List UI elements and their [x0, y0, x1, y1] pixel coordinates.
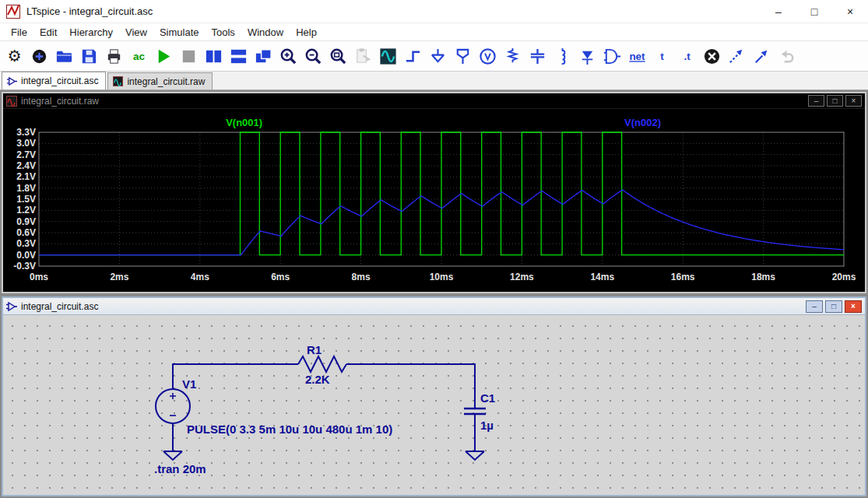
drag-button[interactable] [750, 44, 773, 68]
menu-item-file[interactable]: File [5, 25, 33, 40]
halt-button[interactable] [177, 44, 200, 68]
place-ground-button[interactable] [426, 44, 449, 68]
menu-item-tools[interactable]: Tools [206, 25, 241, 40]
v1-value-label[interactable]: PULSE(0 3.3 5m 10u 10u 480u 1m 10) [187, 423, 392, 436]
minimize-button[interactable]: – [761, 0, 796, 23]
schematic-maximize-button[interactable]: □ [825, 300, 842, 313]
x-tick-label: 6ms [271, 272, 290, 282]
place-component-icon [603, 47, 622, 66]
tile-vertical-icon [204, 47, 223, 66]
waveform-viewer-button[interactable] [376, 44, 399, 68]
maximize-button[interactable]: □ [796, 0, 832, 23]
v1-ref-label[interactable]: V1 [182, 377, 196, 391]
svg-text:t: t [660, 51, 664, 62]
zoom-out-button[interactable] [301, 44, 325, 68]
place-inductor-button[interactable] [550, 44, 574, 68]
menu-item-simulate[interactable]: Simulate [153, 25, 206, 40]
place-capacitor-button[interactable] [525, 44, 549, 68]
paste-icon [353, 47, 373, 66]
tile-horizontal-icon [229, 47, 248, 66]
place-resistor-button[interactable] [501, 44, 524, 68]
menu-item-view[interactable]: View [119, 25, 153, 40]
menu-item-edit[interactable]: Edit [33, 25, 63, 40]
schematic-window-titlebar[interactable]: integral_circuit.asc – □ × [3, 298, 865, 315]
schematic-minimize-button[interactable]: – [806, 300, 823, 313]
trace-label-v-n002[interactable]: V(n002) [624, 117, 661, 128]
tab-integral_circuit.asc[interactable]: integral_circuit.asc [2, 72, 106, 89]
paste-button[interactable] [351, 44, 374, 68]
run-icon [154, 47, 174, 66]
spice-directive-button[interactable]: .t [675, 44, 698, 68]
place-ground-icon [428, 47, 448, 66]
schematic-canvas[interactable]: V1 PULSE(0 3.3 5m 10u 10u 480u 1m 10) R1… [3, 315, 865, 495]
c1-ref-label[interactable]: C1 [480, 391, 495, 405]
zoom-in-icon [279, 47, 298, 66]
control-panel-button[interactable]: ⚙ [2, 44, 26, 68]
undo-icon [777, 47, 796, 66]
open-button[interactable] [52, 44, 76, 68]
place-voltage-button[interactable] [476, 44, 499, 68]
place-voltage-icon [478, 47, 497, 66]
y-tick-label: 2.7V [16, 149, 36, 160]
zoom-in-button[interactable] [276, 44, 300, 68]
zoom-extents-icon [329, 47, 348, 66]
x-tick-label: 10ms [430, 272, 454, 282]
menu-item-window[interactable]: Window [241, 25, 290, 40]
waveform-restore-button[interactable]: □ [827, 95, 843, 107]
place-resistor-icon [503, 47, 522, 66]
print-button[interactable] [102, 44, 125, 68]
ac-analysis-button[interactable]: ac [127, 44, 150, 68]
cascade-windows-button[interactable] [251, 44, 275, 68]
save-button[interactable] [77, 44, 100, 68]
component-c1-symbol[interactable] [464, 409, 486, 414]
svg-text:⚙: ⚙ [7, 47, 21, 65]
label-net-button[interactable] [451, 44, 474, 68]
trace-label-v-n001[interactable]: V(n001) [226, 117, 262, 128]
undo-button[interactable] [775, 44, 798, 68]
cut-button[interactable] [700, 44, 723, 68]
ground-symbol-c1[interactable] [466, 451, 484, 460]
cascade-windows-icon [254, 47, 273, 66]
waveform-close-button[interactable]: × [845, 95, 862, 107]
wire-r1-to-c1[interactable] [346, 364, 475, 409]
waveform-plot[interactable]: 0ms2ms4ms6ms8ms10ms12ms14ms16ms18ms20ms3… [3, 109, 865, 292]
trace-v-n001[interactable] [39, 132, 844, 255]
place-text-button[interactable]: t [650, 44, 673, 68]
zoom-out-icon [304, 47, 323, 66]
copy-button[interactable] [725, 44, 748, 68]
close-button[interactable]: × [832, 0, 868, 23]
ground-symbol-v1[interactable] [163, 451, 182, 460]
c1-value-label[interactable]: 1µ [480, 419, 494, 432]
component-v1-symbol[interactable] [156, 389, 190, 423]
tran-directive-label[interactable]: .tran 20m [154, 462, 206, 475]
waveform-minimize-button[interactable]: – [808, 95, 824, 107]
place-diode-icon [578, 47, 597, 66]
place-diode-button[interactable] [575, 44, 599, 68]
place-component-button[interactable] [600, 44, 624, 68]
menu-item-help[interactable]: Help [290, 25, 323, 40]
new-schematic-icon [30, 47, 49, 66]
tile-vertical-button[interactable] [202, 44, 225, 68]
y-tick-label: 1.5V [16, 194, 36, 205]
new-schematic-button[interactable] [27, 44, 51, 68]
r1-ref-label[interactable]: R1 [307, 343, 322, 356]
run-button[interactable] [152, 44, 175, 68]
tab-integral_circuit.raw[interactable]: integral_circuit.raw [107, 72, 213, 89]
r1-value-label[interactable]: 2.2K [305, 373, 330, 386]
label-net-icon [453, 47, 473, 66]
schematic-file-icon [6, 301, 17, 312]
net-text-button[interactable]: net [625, 44, 648, 68]
tile-horizontal-button[interactable] [227, 44, 250, 68]
waveform-window-titlebar[interactable]: integral_circuit.raw – □ × [3, 93, 865, 109]
zoom-extents-button[interactable] [326, 44, 350, 68]
draw-wire-button[interactable] [401, 44, 424, 68]
waveform-file-icon [113, 76, 123, 86]
menu-item-hierarchy[interactable]: Hierarchy [63, 25, 119, 40]
component-r1-symbol[interactable] [298, 356, 346, 372]
schematic-close-button[interactable]: × [845, 300, 862, 313]
x-tick-label: 8ms [352, 272, 371, 282]
menu-bar: FileEditHierarchyViewSimulateToolsWindow… [0, 23, 868, 40]
svg-text:net: net [629, 51, 645, 62]
ac-analysis-icon: ac [129, 47, 149, 66]
spice-directive-icon: .t [677, 47, 697, 66]
